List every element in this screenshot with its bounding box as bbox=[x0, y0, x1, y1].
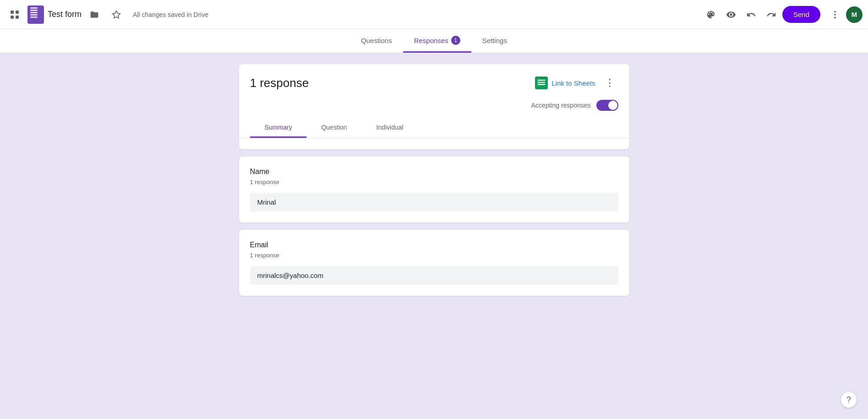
accepting-responses-label: Accepting responses bbox=[531, 102, 591, 109]
link-to-sheets-label: Link to Sheets bbox=[551, 79, 595, 87]
sheets-icon bbox=[535, 76, 548, 89]
accepting-responses-toggle[interactable] bbox=[596, 100, 618, 111]
email-field-value: mrinalcs@yahoo.com bbox=[250, 266, 618, 285]
star-button[interactable] bbox=[107, 5, 126, 24]
star-icon bbox=[112, 10, 121, 19]
name-field-label: Name bbox=[250, 168, 618, 176]
email-field-count: 1 response bbox=[250, 252, 618, 259]
move-to-folder-button[interactable] bbox=[85, 5, 104, 24]
svg-point-6 bbox=[834, 14, 836, 16]
svg-point-7 bbox=[834, 16, 836, 18]
sub-tab-individual[interactable]: Individual bbox=[361, 118, 418, 138]
response-actions: Link to Sheets ⋮ bbox=[535, 75, 618, 91]
svg-point-5 bbox=[834, 11, 836, 12]
grid-icon bbox=[10, 10, 19, 19]
svg-rect-10 bbox=[538, 82, 545, 83]
email-response-card: Email 1 response mrinalcs@yahoo.com bbox=[239, 230, 629, 296]
eye-icon bbox=[726, 10, 736, 20]
name-field-count: 1 response bbox=[250, 179, 618, 185]
main-content: 1 response Link to Sheets ⋮ bbox=[228, 53, 640, 314]
tab-responses-label: Responses bbox=[414, 37, 448, 44]
toggle-row: Accepting responses bbox=[250, 100, 618, 111]
customize-theme-button[interactable] bbox=[702, 5, 720, 24]
link-to-sheets-button[interactable]: Link to Sheets bbox=[535, 76, 595, 89]
sub-tabs: Summary Question Individual bbox=[239, 118, 629, 138]
user-avatar[interactable]: M bbox=[846, 6, 863, 23]
help-button[interactable]: ? bbox=[841, 392, 857, 408]
nav-tabs: Questions Responses 1 Settings bbox=[0, 29, 868, 53]
form-logo-icon bbox=[27, 5, 44, 24]
apps-menu-button[interactable] bbox=[5, 5, 24, 24]
saved-status: All changes saved in Drive bbox=[133, 11, 208, 18]
more-vert-icon bbox=[830, 10, 840, 20]
tab-settings[interactable]: Settings bbox=[471, 29, 518, 53]
header: Test form All changes saved in Drive bbox=[0, 0, 868, 29]
response-header-row: 1 response Link to Sheets ⋮ bbox=[250, 75, 618, 91]
form-title: Test form bbox=[48, 10, 82, 19]
response-count: 1 response bbox=[250, 76, 309, 90]
svg-rect-3 bbox=[16, 16, 19, 19]
name-field-value: Mrinal bbox=[250, 193, 618, 212]
responses-header-card: 1 response Link to Sheets ⋮ bbox=[239, 64, 629, 149]
more-options-button[interactable] bbox=[826, 5, 844, 24]
header-left: Test form All changes saved in Drive bbox=[5, 5, 702, 24]
redo-button[interactable] bbox=[762, 5, 781, 24]
svg-rect-1 bbox=[16, 11, 19, 14]
svg-rect-2 bbox=[11, 16, 14, 19]
undo-button[interactable] bbox=[742, 5, 760, 24]
folder-icon bbox=[90, 10, 99, 19]
palette-icon bbox=[706, 10, 716, 20]
email-field-label: Email bbox=[250, 241, 618, 249]
tab-questions-label: Questions bbox=[361, 37, 392, 44]
tab-questions[interactable]: Questions bbox=[350, 29, 403, 53]
undo-icon bbox=[746, 10, 756, 20]
help-icon: ? bbox=[846, 395, 851, 405]
redo-icon bbox=[766, 10, 776, 20]
name-response-card: Name 1 response Mrinal bbox=[239, 157, 629, 223]
svg-rect-11 bbox=[538, 84, 545, 85]
svg-rect-9 bbox=[538, 80, 545, 81]
responses-more-options-button[interactable]: ⋮ bbox=[601, 75, 618, 91]
sub-tab-question[interactable]: Question bbox=[306, 118, 361, 138]
responses-badge: 1 bbox=[451, 36, 460, 45]
tab-responses[interactable]: Responses 1 bbox=[403, 29, 471, 53]
svg-marker-4 bbox=[113, 11, 120, 18]
send-button[interactable]: Send bbox=[782, 6, 820, 23]
header-right: Send M bbox=[702, 5, 863, 24]
sub-tab-summary[interactable]: Summary bbox=[250, 118, 307, 138]
svg-rect-0 bbox=[11, 11, 14, 14]
tab-settings-label: Settings bbox=[482, 37, 507, 44]
preview-button[interactable] bbox=[722, 5, 740, 24]
